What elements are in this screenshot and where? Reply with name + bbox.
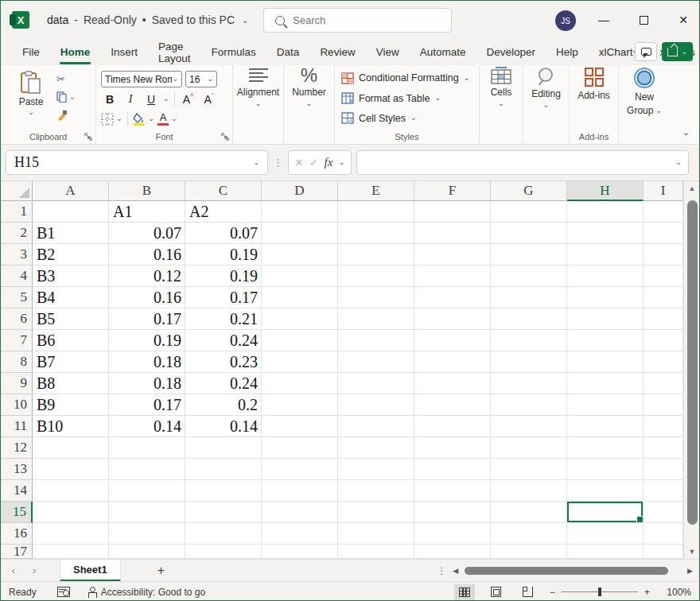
cells-button[interactable]: Cells ⌄ (480, 65, 523, 144)
cell-I9[interactable] (644, 373, 683, 394)
cell-F8[interactable] (414, 351, 491, 373)
conditional-formatting-button[interactable]: Conditional Formatting ⌄ (335, 69, 479, 87)
cell-E1[interactable] (338, 201, 414, 223)
tab-insert[interactable]: Insert (100, 41, 148, 63)
cell-H13[interactable] (567, 459, 644, 480)
cell-A3[interactable]: B2 (33, 244, 109, 266)
cell-G10[interactable] (491, 394, 567, 416)
cell-C15[interactable] (185, 502, 262, 523)
sheet-next-icon[interactable]: › (26, 564, 42, 576)
copy-button[interactable]: ⌄ (56, 91, 76, 103)
cell-C5[interactable]: 0.17 (185, 287, 262, 308)
cell-E9[interactable] (338, 373, 414, 394)
cell-E13[interactable] (338, 459, 414, 480)
zoom-level[interactable]: 100% (661, 587, 691, 598)
cell-A6[interactable]: B5 (33, 308, 109, 330)
cell-H3[interactable] (567, 244, 644, 266)
cell-G4[interactable] (491, 266, 567, 287)
share-button[interactable]: ⌄ (662, 42, 693, 61)
row-header-9[interactable]: 9 (1, 373, 33, 394)
zoom-slider-handle[interactable] (598, 587, 601, 596)
page-layout-view-button[interactable] (486, 584, 507, 600)
cell-A5[interactable]: B4 (33, 287, 109, 308)
cell-A4[interactable]: B3 (33, 266, 109, 287)
cell-D11[interactable] (262, 416, 338, 437)
cell-B15[interactable] (109, 502, 185, 523)
cell-E8[interactable] (338, 351, 414, 373)
cell-F3[interactable] (414, 244, 491, 266)
number-button[interactable]: % Number ⌄ (284, 65, 334, 144)
cell-G11[interactable] (491, 416, 567, 437)
tab-page-layout[interactable]: Page Layout (148, 36, 201, 69)
formula-bar-handle-icon[interactable]: ⋮ (273, 157, 283, 169)
cell-E17[interactable] (338, 545, 414, 559)
cell-D16[interactable] (262, 523, 338, 545)
cell-B9[interactable]: 0.18 (109, 373, 185, 394)
cell-A7[interactable]: B6 (33, 330, 109, 351)
tab-review[interactable]: Review (309, 41, 365, 63)
cell-F16[interactable] (414, 523, 491, 545)
cell-I10[interactable] (644, 394, 683, 416)
cell-I14[interactable] (644, 480, 683, 502)
cell-C7[interactable]: 0.24 (185, 330, 262, 351)
cell-C11[interactable]: 0.14 (185, 416, 262, 437)
cell-I13[interactable] (644, 459, 683, 480)
cell-D9[interactable] (262, 373, 338, 394)
row-header-16[interactable]: 16 (1, 523, 33, 545)
scroll-up-icon[interactable]: ▲ (684, 184, 700, 192)
cell-G2[interactable] (491, 223, 567, 244)
row-header-10[interactable]: 10 (1, 394, 33, 416)
cell-D1[interactable] (262, 201, 338, 223)
italic-button[interactable]: I (122, 93, 139, 106)
cell-H7[interactable] (567, 330, 644, 351)
cell-B10[interactable]: 0.17 (109, 394, 185, 416)
cell-A15[interactable] (33, 502, 109, 523)
row-header-5[interactable]: 5 (1, 287, 33, 308)
cancel-entry-icon[interactable]: ✕ (295, 157, 304, 169)
cell-I6[interactable] (644, 308, 683, 330)
column-header-C[interactable]: C (185, 181, 262, 201)
row-header-17[interactable]: 17 (1, 545, 33, 559)
new-sheet-icon[interactable]: + (158, 564, 165, 578)
cell-I5[interactable] (644, 287, 683, 308)
editing-button[interactable]: Editing ⌄ (523, 65, 569, 144)
row-header-8[interactable]: 8 (1, 351, 33, 373)
cell-B13[interactable] (109, 459, 185, 480)
tab-automate[interactable]: Automate (410, 41, 476, 63)
normal-view-button[interactable] (454, 584, 475, 600)
cell-I12[interactable] (644, 437, 683, 459)
cell-styles-button[interactable]: Cell Styles ⌄ (335, 110, 479, 127)
cell-C1[interactable]: A2 (185, 201, 262, 223)
cell-H11[interactable] (567, 416, 644, 437)
cell-C8[interactable]: 0.23 (185, 351, 262, 373)
cell-B4[interactable]: 0.12 (109, 266, 185, 287)
cell-G12[interactable] (491, 437, 567, 459)
accessibility-status[interactable]: Accessibility: Good to go (101, 587, 205, 598)
row-header-7[interactable]: 7 (1, 330, 33, 351)
cell-H14[interactable] (567, 480, 644, 502)
page-break-view-button[interactable] (518, 584, 539, 600)
row-header-11[interactable]: 11 (1, 416, 33, 437)
cell-F11[interactable] (414, 416, 491, 437)
cell-G3[interactable] (491, 244, 567, 266)
cell-I7[interactable] (644, 330, 683, 351)
cell-D10[interactable] (262, 394, 338, 416)
zoom-out-icon[interactable]: − (550, 587, 555, 598)
cell-I8[interactable] (644, 351, 683, 373)
row-header-1[interactable]: 1 (1, 201, 33, 223)
tab-help[interactable]: Help (546, 41, 589, 63)
cell-B1[interactable]: A1 (109, 201, 185, 223)
cell-G6[interactable] (491, 308, 567, 330)
cell-H2[interactable] (567, 223, 644, 244)
cell-G17[interactable] (491, 545, 567, 559)
cell-A13[interactable] (33, 459, 109, 480)
cell-A16[interactable] (33, 523, 109, 545)
row-header-12[interactable]: 12 (1, 437, 33, 459)
cell-G13[interactable] (491, 459, 567, 480)
cell-G8[interactable] (491, 351, 567, 373)
column-header-A[interactable]: A (33, 181, 109, 201)
cell-G7[interactable] (491, 330, 567, 351)
cell-G14[interactable] (491, 480, 567, 502)
cell-H15[interactable] (567, 502, 644, 523)
row-header-3[interactable]: 3 (1, 244, 33, 266)
